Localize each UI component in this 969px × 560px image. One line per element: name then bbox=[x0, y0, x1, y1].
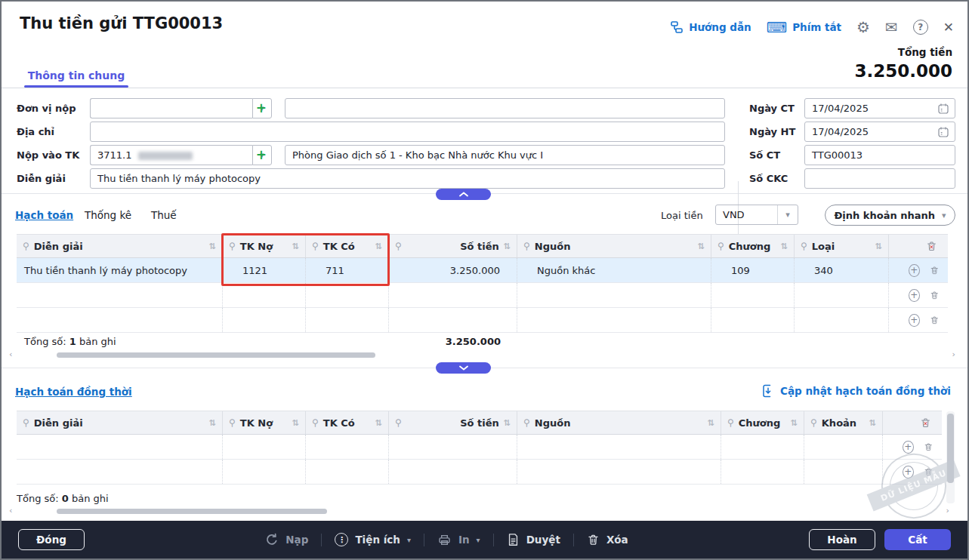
delete-row-icon[interactable] bbox=[924, 442, 934, 453]
help-icon[interactable]: ? bbox=[913, 20, 928, 35]
col-so-tien[interactable]: ⚲Số tiền⇅ bbox=[389, 235, 517, 257]
delete-all-rows-icon[interactable]: ✕ bbox=[920, 417, 931, 429]
simultaneous-section-link[interactable]: Hạch toán đồng thời bbox=[15, 386, 132, 398]
col-nguon[interactable]: ⚲Nguồn⇅ bbox=[517, 411, 721, 434]
col-tk-co[interactable]: ⚲TK Có⇅ bbox=[306, 235, 389, 257]
pin-icon[interactable]: ⚲ bbox=[395, 242, 402, 251]
col-tk-no[interactable]: ⚲TK Nợ⇅ bbox=[223, 235, 306, 257]
address-input[interactable] bbox=[90, 122, 725, 142]
sort-icon[interactable]: ⇅ bbox=[292, 242, 299, 251]
col-tk-co[interactable]: ⚲TK Có⇅ bbox=[306, 411, 389, 434]
pin-icon[interactable]: ⚲ bbox=[810, 418, 817, 427]
sort-icon[interactable]: ⇅ bbox=[375, 242, 382, 251]
description-input[interactable]: Thu tiền thanh lý máy photocopy bbox=[90, 168, 725, 189]
add-row-icon[interactable]: + bbox=[903, 441, 914, 454]
cell-loai[interactable]: 340 bbox=[795, 258, 889, 282]
pin-icon[interactable]: ⚲ bbox=[523, 242, 530, 251]
send-feedback-icon[interactable]: ✉ bbox=[885, 20, 898, 35]
delete-row-icon[interactable] bbox=[930, 290, 940, 301]
delete-row-icon[interactable] bbox=[924, 466, 934, 478]
update-simultaneous-link[interactable]: Cập nhật hạch toán đồng thời bbox=[762, 384, 951, 398]
sort-icon[interactable]: ⇅ bbox=[781, 242, 788, 251]
close-icon[interactable]: ✕ bbox=[943, 21, 954, 34]
tab-thue[interactable]: Thuế bbox=[151, 209, 177, 221]
cell-tk-no[interactable]: 1121 bbox=[223, 258, 306, 282]
tab-thong-ke[interactable]: Thống kê bbox=[85, 209, 131, 221]
quick-entry-button[interactable]: Định khoản nhanh ▾ bbox=[825, 205, 955, 226]
sort-icon[interactable]: ⇅ bbox=[791, 419, 798, 427]
cell-nguon[interactable]: Nguồn khác bbox=[517, 258, 711, 282]
collapse-form-button[interactable] bbox=[436, 189, 491, 200]
reload-button[interactable]: Nạp bbox=[265, 533, 308, 546]
guide-link[interactable]: Hướng dẫn bbox=[670, 20, 751, 34]
pin-icon[interactable]: ⚲ bbox=[395, 418, 402, 427]
col-dien-giai[interactable]: ⚲Diễn giải⇅ bbox=[17, 411, 223, 434]
cell-so-tien[interactable]: 3.250.000 bbox=[389, 258, 517, 282]
col-loai[interactable]: ⚲Loại⇅ bbox=[795, 235, 889, 257]
deposit-account-input[interactable]: 3711.1 bbox=[90, 145, 252, 165]
col-tk-no[interactable]: ⚲TK Nợ⇅ bbox=[223, 411, 306, 434]
scroll-left-icon[interactable]: ‹ bbox=[9, 506, 12, 515]
delete-all-rows-icon[interactable]: ✕ bbox=[926, 241, 937, 252]
pin-icon[interactable]: ⚲ bbox=[727, 418, 734, 427]
cell-chuong[interactable]: 109 bbox=[711, 258, 795, 282]
add-row-icon[interactable]: + bbox=[903, 466, 914, 478]
sort-icon[interactable]: ⇅ bbox=[504, 419, 511, 427]
payer-unit-input[interactable] bbox=[90, 98, 252, 118]
calendar-icon[interactable] bbox=[937, 126, 949, 138]
pin-icon[interactable]: ⚲ bbox=[801, 242, 807, 251]
print-button[interactable]: In ▾ bbox=[437, 533, 480, 547]
delete-button[interactable]: Xóa bbox=[587, 534, 628, 546]
col-so-tien[interactable]: ⚲Số tiền⇅ bbox=[389, 411, 517, 434]
currency-select[interactable]: VND ▾ bbox=[715, 205, 798, 225]
pin-icon[interactable]: ⚲ bbox=[229, 418, 236, 427]
add-row-icon[interactable]: + bbox=[909, 314, 920, 327]
close-button[interactable]: Đóng bbox=[18, 529, 85, 550]
sort-icon[interactable]: ⇅ bbox=[292, 419, 299, 427]
col-chuong[interactable]: ⚲Chương⇅ bbox=[711, 235, 795, 257]
utilities-button[interactable]: ⋮ Tiện ích ▾ bbox=[335, 533, 411, 546]
h-scrollbar-thumb[interactable] bbox=[57, 509, 327, 514]
doc-date-input[interactable]: 17/04/2025 bbox=[804, 98, 955, 118]
sort-icon[interactable]: ⇅ bbox=[209, 242, 216, 251]
sort-icon[interactable]: ⇅ bbox=[875, 242, 882, 251]
tab-general-info[interactable]: Thông tin chung bbox=[24, 69, 128, 82]
h-scrollbar[interactable]: ‹ › bbox=[17, 352, 948, 358]
sort-icon[interactable]: ⇅ bbox=[504, 242, 511, 251]
delete-row-icon[interactable] bbox=[930, 265, 940, 276]
scroll-right-icon[interactable]: › bbox=[952, 349, 955, 359]
add-row-icon[interactable]: + bbox=[909, 289, 920, 302]
deposit-account-name-input[interactable]: Phòng Giao dịch số 1 - Kho bạc Nhà nước … bbox=[285, 145, 725, 165]
sort-icon[interactable]: ⇅ bbox=[209, 419, 216, 427]
payer-unit-name-input[interactable] bbox=[285, 98, 725, 118]
col-nguon[interactable]: ⚲Nguồn⇅ bbox=[517, 235, 711, 257]
posting-date-input[interactable]: 17/04/2025 bbox=[804, 122, 955, 142]
pin-icon[interactable]: ⚲ bbox=[717, 242, 724, 251]
sort-icon[interactable]: ⇅ bbox=[698, 242, 705, 251]
pin-icon[interactable]: ⚲ bbox=[312, 418, 319, 427]
pin-icon[interactable]: ⚲ bbox=[523, 418, 530, 427]
cell-dien-giai[interactable]: Thu tiền thanh lý máy photocopy bbox=[17, 258, 223, 282]
add-deposit-account-icon[interactable]: + bbox=[256, 147, 267, 162]
sort-icon[interactable]: ⇅ bbox=[708, 419, 714, 427]
expand-section-button[interactable] bbox=[436, 362, 491, 374]
col-chuong[interactable]: ⚲Chương⇅ bbox=[721, 411, 804, 434]
undo-button[interactable]: Hoàn bbox=[809, 529, 875, 550]
v-scrollbar-thumb[interactable] bbox=[947, 414, 954, 483]
col-dien-giai[interactable]: ⚲Diễn giải⇅ bbox=[17, 235, 223, 257]
cell-tk-co[interactable]: 711 bbox=[306, 258, 389, 282]
calendar-icon[interactable] bbox=[937, 103, 949, 115]
pin-icon[interactable]: ⚲ bbox=[312, 242, 319, 251]
v-scrollbar[interactable] bbox=[946, 411, 955, 503]
sort-icon[interactable]: ⇅ bbox=[869, 419, 876, 427]
add-payer-unit-icon[interactable]: + bbox=[256, 100, 267, 115]
settings-gear-icon[interactable]: ⚙ bbox=[856, 20, 870, 35]
add-row-icon[interactable]: + bbox=[909, 264, 920, 277]
pin-icon[interactable]: ⚲ bbox=[23, 418, 29, 427]
h-scrollbar-thumb[interactable] bbox=[57, 352, 375, 358]
pin-icon[interactable]: ⚲ bbox=[23, 242, 29, 251]
shortcuts-link[interactable]: ⌨ Phím tắt bbox=[767, 20, 841, 35]
h-scrollbar[interactable]: ‹ › bbox=[17, 508, 942, 515]
tab-hach-toan[interactable]: Hạch toán bbox=[15, 209, 73, 221]
scroll-right-icon[interactable]: › bbox=[946, 506, 949, 515]
